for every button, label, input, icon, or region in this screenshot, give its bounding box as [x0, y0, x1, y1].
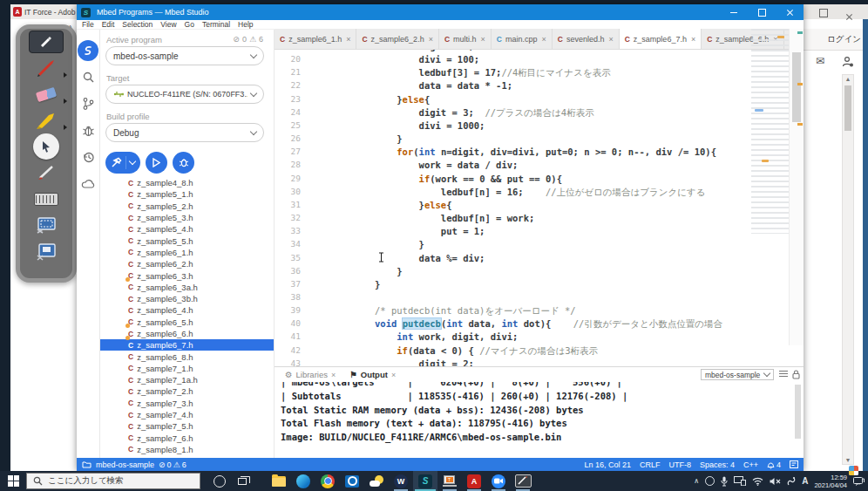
tray-expand-icon[interactable]: ∧	[694, 477, 699, 485]
menu-terminal[interactable]: Terminal	[202, 20, 230, 29]
file-row[interactable]: Cz_sample7_2.h	[100, 385, 274, 397]
file-row[interactable]: Cz_sample6_6.h	[100, 328, 274, 339]
status-problems[interactable]: ⊘0 ⚠6	[159, 460, 186, 469]
file-row[interactable]: Cz_sample7_1a.h	[100, 374, 274, 385]
file-row[interactable]: Cz_sample6_3a.h	[100, 282, 274, 293]
maximize-button[interactable]	[748, 4, 776, 20]
editor-tab[interactable]: Csevenled.h×	[553, 29, 620, 49]
red-pen-tool[interactable]	[20, 55, 72, 81]
minimap[interactable]	[751, 29, 789, 234]
taskbar-weather[interactable]	[364, 471, 389, 491]
file-row[interactable]: Cz_sample7_5.h	[100, 420, 274, 432]
status-item[interactable]: C++	[743, 460, 758, 469]
keyboard-tool[interactable]	[20, 186, 72, 212]
envelope-icon[interactable]: ✉	[816, 55, 824, 67]
cloud-icon[interactable]	[81, 177, 96, 193]
status-item[interactable]: CRLF	[640, 460, 661, 469]
run-button[interactable]	[146, 152, 167, 174]
history-icon[interactable]	[82, 151, 95, 167]
acrobat-scrollbar[interactable]: ▲ ▼	[842, 74, 854, 465]
tray-wifi-icon[interactable]	[752, 477, 763, 486]
menu-help[interactable]: Help	[238, 20, 253, 29]
tab-close-icon[interactable]: ×	[542, 35, 546, 44]
tab-close-icon[interactable]: ×	[429, 35, 433, 44]
start-button[interactable]	[0, 471, 26, 491]
tab-close-icon[interactable]: ×	[608, 35, 613, 44]
board-tool[interactable]	[20, 29, 72, 55]
file-row[interactable]: Cz_sample5_5.h	[100, 235, 274, 246]
login-button[interactable]: ログイン	[827, 34, 861, 45]
file-row[interactable]: Cz_sample6_4.h	[100, 304, 274, 316]
close-button[interactable]	[776, 4, 804, 20]
taskbar-chrome[interactable]	[315, 471, 340, 491]
taskbar-clock[interactable]: 12:59 2021/04/04	[814, 474, 847, 489]
file-row[interactable]: Cz_sample6_7.h	[100, 339, 274, 351]
tab-close-icon[interactable]: ×	[346, 35, 350, 44]
output-scope-select[interactable]: mbed-os-sample	[701, 369, 774, 380]
build-button[interactable]	[105, 152, 140, 174]
taskbar-zoom[interactable]	[486, 471, 511, 491]
file-row[interactable]: Cz_sample5_3.h	[100, 212, 274, 223]
file-row[interactable]: Cz_sample5_2.h	[100, 201, 274, 212]
taskbar-file-explorer[interactable]	[267, 471, 291, 491]
scroll-lock-icon[interactable]	[779, 371, 788, 378]
pointer-pen-tool[interactable]	[20, 160, 72, 186]
output-tab-libraries[interactable]: ⚙Libraries×	[279, 368, 342, 382]
cortana-button[interactable]	[207, 471, 232, 491]
active-program-select[interactable]: mbed-os-sample	[105, 46, 264, 65]
menu-view[interactable]: View	[160, 20, 176, 29]
eraser-tool[interactable]	[20, 81, 72, 107]
taskbar-pen-display[interactable]	[511, 471, 535, 491]
file-row[interactable]: Cz_sample7_3.h	[100, 398, 274, 409]
file-row[interactable]: Cz_sample6_2.h	[100, 258, 274, 269]
notifications-bell[interactable]: 4	[767, 460, 781, 469]
editor-tab[interactable]: Cmulti.h×	[439, 29, 492, 49]
ime-mode-indicator[interactable]: A	[802, 476, 808, 486]
tab-close-icon[interactable]: ×	[481, 35, 485, 44]
tray-microphone-icon[interactable]	[721, 476, 728, 487]
tray-audio-icon[interactable]	[705, 476, 715, 486]
file-row[interactable]: Cz_sample7_6.h	[100, 433, 274, 444]
file-row[interactable]: Cz_sample6_3b.h	[100, 293, 274, 304]
status-item[interactable]: Spaces: 4	[700, 460, 735, 469]
editor-scrollbar[interactable]	[789, 29, 804, 345]
build-console[interactable]: | mbed-os\targets | 6204(+0) | 8(+0) | 5…	[275, 382, 795, 457]
menu-file[interactable]: File	[82, 20, 94, 29]
scrollbar-thumb[interactable]	[844, 85, 851, 131]
search-icon[interactable]	[82, 71, 95, 87]
mbed-titlebar[interactable]: S Mbed Programs — Mbed Studio	[77, 4, 804, 20]
taskbar-laptop-app[interactable]: T	[437, 471, 462, 491]
editor-tab[interactable]: Cz_sample6_1.h×	[275, 29, 356, 49]
menu-go[interactable]: Go	[185, 20, 194, 29]
file-row[interactable]: Cz_sample5_4.h	[100, 223, 274, 235]
minimize-button[interactable]	[720, 4, 748, 20]
file-row[interactable]: Cz_sample8_1.h	[100, 444, 274, 455]
taskbar-acrobat[interactable]: A	[462, 471, 486, 491]
file-row[interactable]: Cz_sample6_3.h	[100, 269, 274, 281]
menu-selection[interactable]: Selection	[122, 20, 153, 29]
target-select[interactable]: NUCLEO-F411RE (S/N: 0670FF3...3...	[105, 85, 264, 104]
status-project[interactable]: mbed-os-sample	[96, 460, 154, 469]
taskbar-mbed-studio[interactable]: S	[413, 471, 437, 491]
tab-close-icon[interactable]: ×	[331, 371, 336, 379]
file-row[interactable]: Cz_sample6_8.h	[100, 351, 274, 362]
code-editor[interactable]: 19 digit = 2;20 divi = 100;21 ledbuf[3] …	[275, 50, 789, 366]
status-item[interactable]: Ln 16, Col 21	[584, 460, 631, 469]
file-row[interactable]: Cz_sample5_1.h	[100, 188, 274, 200]
feedback-icon[interactable]	[790, 460, 798, 468]
taskbar-search[interactable]: ここに入力して検索	[26, 473, 200, 489]
action-center-icon[interactable]	[853, 476, 865, 487]
taskbar-w-app[interactable]: W	[389, 471, 413, 491]
cursor-tool[interactable]	[20, 133, 72, 160]
editor-tab[interactable]: Cz_sample6_2.h×	[356, 29, 438, 49]
tab-close-icon[interactable]: ×	[691, 35, 695, 44]
tray-volume-muted-icon[interactable]	[770, 477, 781, 486]
file-row[interactable]: Cz_sample6_1.h	[100, 247, 274, 258]
floating-tool-mini-icon[interactable]	[849, 466, 858, 475]
tray-display-icon[interactable]	[734, 476, 746, 486]
file-row[interactable]: Cz_sample7_4.h	[100, 409, 274, 420]
file-row[interactable]: Cz_sample4_8.h	[100, 177, 274, 188]
task-view-button[interactable]	[232, 471, 256, 491]
tray-pen-icon[interactable]	[787, 476, 796, 486]
close-icon[interactable]	[845, 9, 852, 16]
